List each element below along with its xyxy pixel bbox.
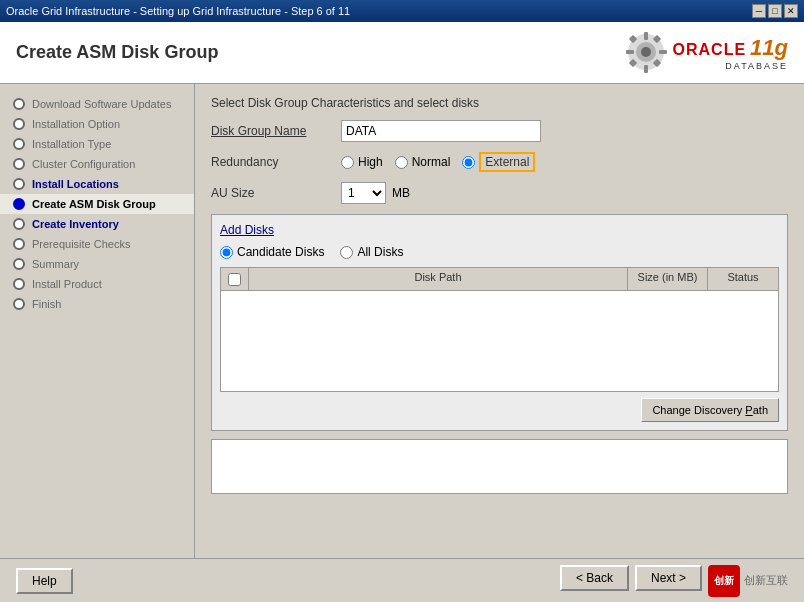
svg-point-2	[641, 47, 651, 57]
step-icon-4	[12, 157, 26, 171]
step-icon-5	[12, 177, 26, 191]
add-disks-container: Add Disks Candidate Disks All Disks	[211, 214, 788, 431]
size-column-header: Size (in MB)	[628, 268, 708, 290]
disk-table-body	[221, 291, 778, 391]
maximize-btn[interactable]: □	[768, 4, 782, 18]
disk-table: Disk Path Size (in MB) Status	[220, 267, 779, 392]
sidebar-item-download-software-updates[interactable]: Download Software Updates	[0, 94, 194, 114]
sidebar: Download Software Updates Installation O…	[0, 84, 195, 558]
watermark-icon: 创新	[708, 565, 740, 597]
sidebar-item-finish[interactable]: Finish	[0, 294, 194, 314]
main-content-panel: Select Disk Group Characteristics and se…	[195, 84, 804, 558]
watermark-text: 创新互联	[744, 573, 788, 588]
step-icon-6	[12, 197, 26, 211]
watermark: 创新 创新互联	[708, 565, 788, 597]
step-icon-11	[12, 297, 26, 311]
redundancy-row: Redundancy High Normal External	[211, 152, 788, 172]
help-button[interactable]: Help	[16, 568, 73, 594]
redundancy-external-option[interactable]: External	[462, 152, 535, 172]
next-button[interactable]: Next >	[635, 565, 702, 591]
add-disks-title: Add Disks	[220, 223, 779, 237]
all-disks-radio[interactable]	[340, 246, 353, 259]
svg-rect-4	[644, 65, 648, 73]
sidebar-item-summary[interactable]: Summary	[0, 254, 194, 274]
candidate-disks-option[interactable]: Candidate Disks	[220, 245, 324, 259]
step-icon-7	[12, 217, 26, 231]
step-icon-9	[12, 257, 26, 271]
sidebar-item-cluster-configuration[interactable]: Cluster Configuration	[0, 154, 194, 174]
redundancy-normal-radio[interactable]	[395, 156, 408, 169]
au-size-controls: 1 2 4 8 MB	[341, 182, 410, 204]
all-disks-option[interactable]: All Disks	[340, 245, 403, 259]
oracle-version: 11g	[750, 35, 788, 61]
content-area: Download Software Updates Installation O…	[0, 84, 804, 558]
nav-buttons: < Back Next > 创新 创新互联	[560, 565, 788, 597]
sidebar-item-install-locations[interactable]: Install Locations	[0, 174, 194, 194]
disk-table-checkbox-header	[221, 268, 249, 290]
svg-rect-6	[659, 50, 667, 54]
description-textarea	[211, 439, 788, 494]
change-discovery-path-button[interactable]: Change Discovery Path	[641, 398, 779, 422]
title-text: Oracle Grid Infrastructure - Setting up …	[6, 5, 350, 17]
step-icon-1	[12, 97, 26, 111]
step-icon-3	[12, 137, 26, 151]
redundancy-label: Redundancy	[211, 155, 341, 169]
oracle-logo: ORACLE 11g DATABASE	[624, 30, 788, 75]
svg-rect-5	[626, 50, 634, 54]
title-bar: Oracle Grid Infrastructure - Setting up …	[0, 0, 804, 22]
sidebar-item-create-inventory[interactable]: Create Inventory	[0, 214, 194, 234]
footer: Help < Back Next > 创新 创新互联	[0, 558, 804, 602]
redundancy-external-radio[interactable]	[462, 156, 475, 169]
window-controls: ─ □ ✕	[752, 4, 798, 18]
au-size-select[interactable]: 1 2 4 8	[341, 182, 386, 204]
redundancy-external-label: External	[479, 152, 535, 172]
disk-group-name-row: Disk Group Name	[211, 120, 788, 142]
disk-group-name-input[interactable]	[341, 120, 541, 142]
close-btn[interactable]: ✕	[784, 4, 798, 18]
disk-group-name-label: Disk Group Name	[211, 124, 341, 138]
redundancy-high-option[interactable]: High	[341, 155, 383, 169]
change-discovery-path-label: Change Discovery Path	[652, 404, 768, 416]
page-title: Create ASM Disk Group	[16, 42, 218, 63]
header: Create ASM Disk Group ORACLE 1	[0, 22, 804, 84]
minimize-btn[interactable]: ─	[752, 4, 766, 18]
disk-path-column-header: Disk Path	[249, 268, 628, 290]
disk-filter-radio-group: Candidate Disks All Disks	[220, 245, 779, 259]
au-size-unit: MB	[392, 186, 410, 200]
step-icon-8	[12, 237, 26, 251]
au-size-row: AU Size 1 2 4 8 MB	[211, 182, 788, 204]
oracle-logo-text: ORACLE 11g DATABASE	[673, 35, 788, 71]
main-window: Create ASM Disk Group ORACLE 1	[0, 22, 804, 602]
svg-rect-3	[644, 32, 648, 40]
section-title: Select Disk Group Characteristics and se…	[211, 96, 788, 110]
oracle-db-label: DATABASE	[725, 61, 788, 71]
oracle-brand-name: ORACLE	[673, 41, 747, 59]
sidebar-item-installation-type[interactable]: Installation Type	[0, 134, 194, 154]
sidebar-item-create-asm-disk-group[interactable]: Create ASM Disk Group	[0, 194, 194, 214]
au-size-label: AU Size	[211, 186, 341, 200]
redundancy-radio-group: High Normal External	[341, 152, 535, 172]
step-icon-2	[12, 117, 26, 131]
step-icon-10	[12, 277, 26, 291]
status-column-header: Status	[708, 268, 778, 290]
gear-icon	[624, 30, 669, 75]
sidebar-item-installation-option[interactable]: Installation Option	[0, 114, 194, 134]
select-all-checkbox[interactable]	[228, 273, 241, 286]
sidebar-item-prerequisite-checks[interactable]: Prerequisite Checks	[0, 234, 194, 254]
sidebar-item-install-product[interactable]: Install Product	[0, 274, 194, 294]
redundancy-normal-option[interactable]: Normal	[395, 155, 451, 169]
disk-table-header: Disk Path Size (in MB) Status	[221, 268, 778, 291]
redundancy-high-radio[interactable]	[341, 156, 354, 169]
change-discovery-btn-row: Change Discovery Path	[220, 398, 779, 422]
back-button[interactable]: < Back	[560, 565, 629, 591]
candidate-disks-radio[interactable]	[220, 246, 233, 259]
